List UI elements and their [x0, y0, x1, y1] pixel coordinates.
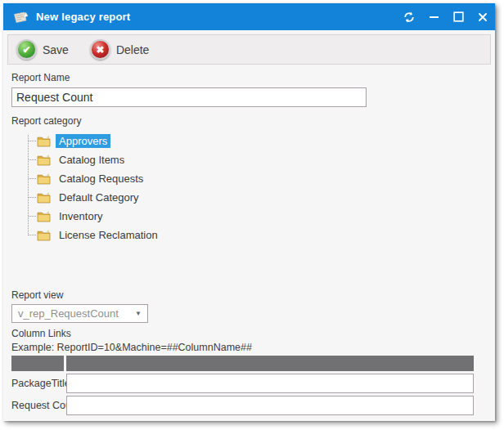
tree-item-label: Catalog Items [56, 153, 128, 167]
maximize-box-icon [453, 11, 464, 22]
report-category-label: Report category [11, 115, 487, 127]
chevron-down-icon: ▼ [135, 310, 142, 317]
minimize-button[interactable] [421, 3, 446, 30]
tree-item-label: Approvers [56, 134, 110, 148]
save-button-label: Save [43, 43, 69, 56]
delete-button-label: Delete [116, 43, 149, 56]
tree-item-label: Catalog Requests [56, 172, 146, 186]
column-links-header-cell-left [11, 356, 64, 371]
folder-icon [37, 155, 51, 166]
report-view-label: Report view [11, 289, 487, 301]
report-pen-icon [12, 11, 29, 24]
folder-icon [37, 230, 51, 241]
report-view-value: v_rep_RequestCount [18, 307, 119, 320]
title-bar: New legacy report [3, 3, 495, 30]
window-controls [397, 3, 495, 30]
save-check-icon: ✔ [16, 39, 37, 60]
column-link-input-request-count[interactable] [66, 396, 474, 415]
column-links-label: Column Links [11, 328, 487, 339]
tree-item-catalog-requests[interactable]: Catalog Requests [21, 169, 487, 188]
column-row-label-request-count: Request Count [11, 400, 64, 411]
tree-item-default-category[interactable]: Default Category [21, 188, 487, 207]
column-links-header-cell-right [66, 356, 474, 371]
folder-icon [37, 136, 51, 147]
save-button[interactable]: ✔ Save [16, 39, 69, 60]
folder-icon [37, 211, 51, 222]
tree-item-approvers[interactable]: Approvers [21, 132, 487, 150]
toolbar: ✔ Save ✖ Delete [7, 34, 491, 65]
tree-item-label: Inventory [56, 209, 106, 223]
folder-icon [37, 173, 51, 185]
folder-icon [37, 192, 51, 204]
column-links-table: PackageTitle Request Count [11, 356, 474, 415]
window-title: New legacy report [36, 11, 130, 23]
delete-cross-icon: ✖ [90, 39, 110, 60]
tree-item-catalog-items[interactable]: Catalog Items [21, 150, 487, 169]
refresh-button[interactable] [397, 3, 421, 30]
form-content: Report Name Report category Approvers Ca… [3, 72, 495, 415]
close-button[interactable] [470, 3, 495, 30]
tree-item-label: Default Category [56, 190, 142, 204]
column-row-label-packagetitle: PackageTitle [11, 378, 64, 389]
delete-button[interactable]: ✖ Delete [90, 39, 149, 60]
tree-item-inventory[interactable]: Inventory [21, 207, 487, 226]
close-x-icon [478, 12, 488, 22]
maximize-button[interactable] [446, 3, 470, 30]
refresh-arrows-icon [403, 11, 415, 23]
column-link-input-packagetitle[interactable] [66, 374, 474, 393]
report-category-tree: Approvers Catalog Items Catalog Requests [21, 132, 487, 244]
column-links-example: Example: ReportID=10&Machine=##ColumnNam… [11, 342, 487, 353]
tree-item-license-reclamation[interactable]: License Reclamation [21, 226, 487, 244]
dialog-window: New legacy report [3, 3, 495, 421]
minimize-bar-icon [430, 16, 439, 18]
report-view-dropdown[interactable]: v_rep_RequestCount ▼ [11, 304, 148, 323]
tree-item-label: License Reclamation [56, 228, 161, 242]
report-name-input[interactable] [11, 87, 367, 107]
report-name-label: Report Name [11, 72, 487, 83]
